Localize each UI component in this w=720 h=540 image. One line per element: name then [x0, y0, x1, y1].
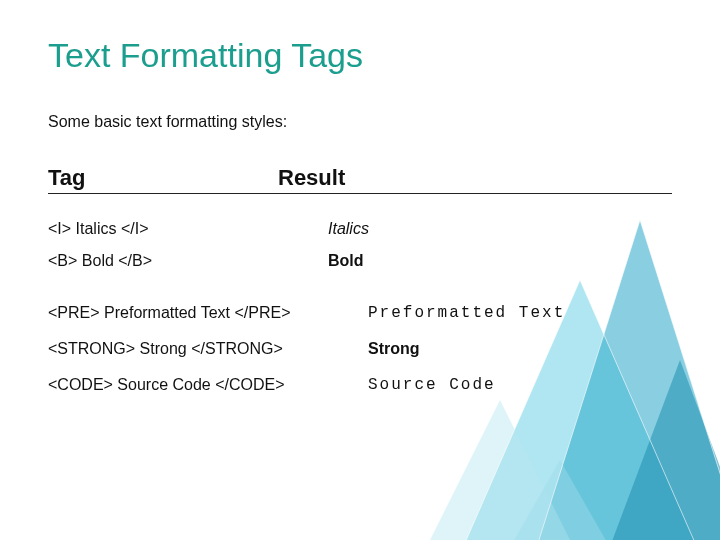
cell-tag: <I> Italics </I>: [48, 220, 328, 238]
slide-subtitle: Some basic text formatting styles:: [48, 113, 672, 131]
svg-marker-4: [480, 460, 640, 540]
cell-result-strong: Strong: [368, 340, 420, 358]
cell-tag: <PRE> Preformatted Text </PRE>: [48, 304, 368, 322]
cell-tag: <B> Bold </B>: [48, 252, 328, 270]
cell-result-pre: Preformatted Text: [368, 304, 565, 322]
header-result: Result: [278, 165, 345, 191]
svg-marker-2: [400, 400, 600, 540]
group-extended: <PRE> Preformatted Text </PRE> Preformat…: [48, 304, 672, 394]
table-row: <STRONG> Strong </STRONG> Strong: [48, 340, 672, 358]
cell-tag: <CODE> Source Code </CODE>: [48, 376, 368, 394]
slide-title: Text Formatting Tags: [48, 36, 672, 75]
cell-result-bold: Bold: [328, 252, 364, 270]
table-row: <PRE> Preformatted Text </PRE> Preformat…: [48, 304, 672, 322]
header-tag: Tag: [48, 165, 278, 191]
table-row: <I> Italics </I> Italics: [48, 220, 672, 238]
table-row: <B> Bold </B> Bold: [48, 252, 672, 270]
group-basic: <I> Italics </I> Italics <B> Bold </B> B…: [48, 220, 672, 270]
cell-result-italics: Italics: [328, 220, 369, 238]
table-header-row: Tag Result: [48, 165, 672, 194]
cell-result-code: Source Code: [368, 376, 496, 394]
cell-tag: <STRONG> Strong </STRONG>: [48, 340, 368, 358]
table-row: <CODE> Source Code </CODE> Source Code: [48, 376, 672, 394]
